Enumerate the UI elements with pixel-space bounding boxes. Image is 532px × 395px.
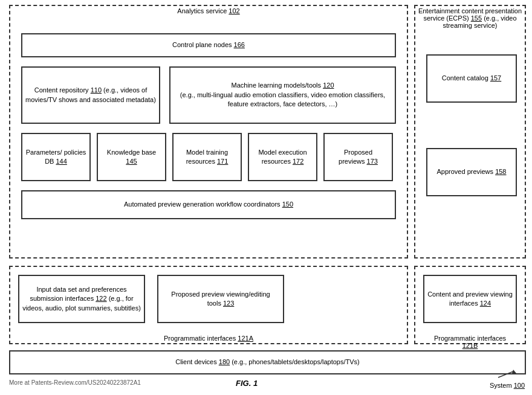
analytics-title: Analytics service 102 xyxy=(9,7,408,14)
fig-label: FIG. 1 xyxy=(236,379,258,388)
ecps-title: Entertainment content presentation servi… xyxy=(414,7,526,29)
system-label: System 100 xyxy=(490,368,525,389)
control-plane-box: Control plane nodes 166 xyxy=(21,33,396,57)
ml-models-box: Machine learning models/tools 120(e.g., … xyxy=(169,66,396,124)
client-devices-box: Client devices 180 (e.g., phones/tablets… xyxy=(9,350,526,374)
content-view-box: Content and preview viewing interfaces 1… xyxy=(423,275,517,323)
svg-marker-1 xyxy=(512,370,516,373)
patents-label: More at Patents-Review.com/US20240223872… xyxy=(9,379,141,386)
diagram-container: Analytics service 102 Entertainment cont… xyxy=(0,0,532,395)
auto-preview-box: Automated preview generation workflow co… xyxy=(21,190,396,219)
proposed-edit-box: Proposed preview viewing/editing tools 1… xyxy=(157,275,284,323)
ecps-outer-box xyxy=(414,5,526,259)
input-data-box: Input data set and preferences submissio… xyxy=(18,275,145,323)
model-exec-box: Model execution resources 172 xyxy=(248,133,317,181)
knowledge-base-box: Knowledge base145 xyxy=(97,133,166,181)
model-training-box: Model training resources 171 xyxy=(172,133,242,181)
content-repo-box: Content repository 110 (e.g., videos of … xyxy=(21,66,160,124)
params-box: Parameters/ policies DB 144 xyxy=(21,133,91,181)
content-catalog-box: Content catalog 157 xyxy=(426,54,517,103)
arrow-icon xyxy=(495,368,519,381)
programmatic-label-a: Programmatic interfaces 121A xyxy=(9,335,408,342)
svg-line-0 xyxy=(498,371,513,377)
approved-previews-box: Approved previews 158 xyxy=(426,148,517,196)
programmatic-label-b: Programmatic interfaces121B xyxy=(414,335,526,349)
proposed-previews-box: Proposed previews 173 xyxy=(323,133,393,181)
